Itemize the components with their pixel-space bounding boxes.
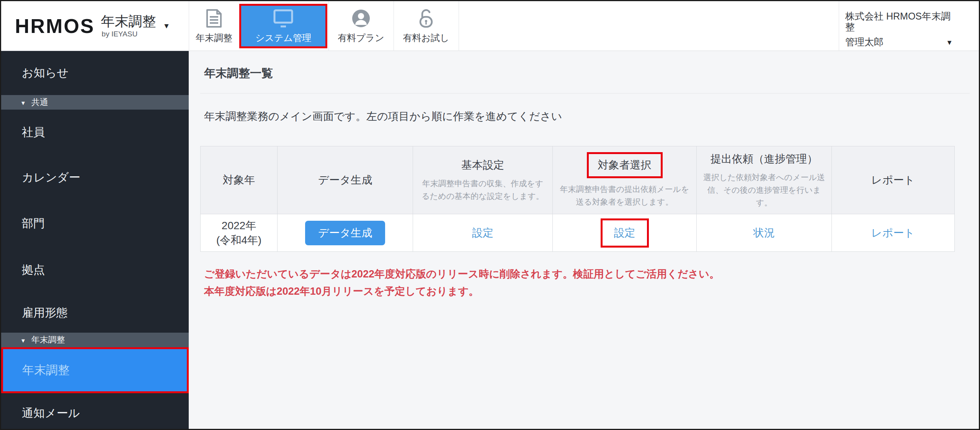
logo-dropdown-icon[interactable]: ▼ (163, 22, 170, 30)
title-divider (200, 93, 970, 94)
tab-system-admin-label: システム管理 (255, 32, 311, 44)
app-window: HRMOS 年末調整 by IEYASU ▼ 年末調整 (0, 0, 980, 430)
sidebar-section-label: 共通 (31, 97, 48, 108)
annotation-box-target-selection: 対象者選択 (587, 152, 663, 178)
main-content: 年末調整一覧 年末調整業務のメイン画面です。左の項目から順に作業を進めてください… (189, 51, 980, 430)
sidebar-item-location[interactable]: 拠点 (1, 247, 189, 293)
page-title: 年末調整一覧 (204, 66, 273, 81)
progress-status-link[interactable]: 状況 (753, 227, 775, 239)
tab-paid-trial[interactable]: 有料お試し (394, 1, 459, 51)
column-header-submission-request: 提出依頼（進捗管理） 選択した依頼対象者へのメール送信、その後の進捗管理を行いま… (697, 146, 832, 214)
column-header-target-year: 対象年 (201, 146, 278, 214)
nav-divider (459, 1, 459, 51)
column-header-report: レポート (832, 146, 955, 214)
cell-target-year: 2022年 (令和4年) (201, 214, 278, 252)
release-warning: ご登録いただいているデータは2022年度対応版のリリース時に削除されます。検証用… (204, 266, 720, 300)
column-header-data-generation: データ生成 (278, 146, 413, 214)
document-icon (206, 8, 222, 28)
sidebar-section-common[interactable]: ▼ 共通 (1, 95, 189, 110)
basic-settings-link[interactable]: 設定 (472, 227, 493, 239)
tab-nencho-label: 年末調整 (196, 32, 232, 44)
year-end-adjustment-table: 対象年 データ生成 基本設定 年末調整申告書の収集、作成をするための基本的な設定… (200, 146, 955, 252)
monitor-icon (273, 8, 294, 28)
sidebar-item-news[interactable]: お知らせ (1, 51, 189, 95)
sidebar-item-label: 年末調整 (22, 362, 70, 378)
chevron-down-icon: ▼ (20, 100, 26, 106)
annotation-box-target-selection-link: 設定 (601, 218, 649, 248)
top-header: HRMOS 年末調整 by IEYASU ▼ 年末調整 (1, 1, 979, 51)
table-header-row: 対象年 データ生成 基本設定 年末調整申告書の収集、作成をするための基本的な設定… (201, 146, 955, 214)
target-selection-link[interactable]: 設定 (614, 227, 635, 239)
cell-data-generation: データ生成 (278, 214, 413, 252)
report-link[interactable]: レポート (871, 227, 915, 239)
sidebar-item-notification-mail[interactable]: 通知メール (1, 393, 189, 430)
logo-product-text: 年末調整 (101, 14, 156, 29)
sidebar-item-nencho-selected[interactable]: 年末調整 (1, 347, 189, 393)
logo-brand-text: HRMOS (15, 15, 95, 38)
sidebar-item-label: 拠点 (22, 262, 45, 278)
sidebar-item-label: 社員 (22, 125, 45, 140)
account-dropdown-icon[interactable]: ▼ (946, 39, 953, 47)
sidebar-item-department[interactable]: 部門 (1, 200, 189, 247)
sidebar-item-label: 雇用形態 (22, 305, 68, 321)
sidebar-section-nencho[interactable]: ▼ 年末調整 (1, 333, 189, 347)
account-menu[interactable]: 株式会社 HRMOS年末調整 管理太郎 ▼ (845, 11, 954, 48)
tab-paid-plan-label: 有料プラン (338, 32, 384, 44)
person-icon (351, 8, 371, 28)
sidebar-item-employment-type[interactable]: 雇用形態 (1, 293, 189, 333)
cell-report: レポート (832, 214, 955, 252)
cell-target-selection: 設定 (553, 214, 697, 252)
data-generation-button[interactable]: データ生成 (305, 221, 385, 245)
warning-line-1: ご登録いただいているデータは2022年度対応版のリリース時に削除されます。検証用… (204, 266, 720, 283)
sidebar-item-label: カレンダー (22, 170, 80, 185)
tab-nencho[interactable]: 年末調整 (189, 1, 239, 51)
warning-line-2: 本年度対応版は2022年10月リリースを予定しております。 (204, 283, 720, 300)
table-row-2022: 2022年 (令和4年) データ生成 設定 設定 (201, 214, 955, 252)
chevron-down-icon: ▼ (20, 337, 26, 344)
tab-paid-plan[interactable]: 有料プラン (328, 1, 394, 51)
sidebar-item-employee[interactable]: 社員 (1, 110, 189, 155)
sidebar-item-label: 通知メール (22, 405, 80, 421)
unlock-icon (417, 8, 435, 28)
cell-basic-settings: 設定 (413, 214, 553, 252)
sidebar-item-calendar[interactable]: カレンダー (1, 155, 189, 200)
account-divider (839, 1, 839, 51)
sidebar-item-label: 部門 (22, 216, 45, 231)
column-header-target-selection: 対象者選択 年末調整申告書の提出依頼メールを送る対象者を選択します。 (553, 146, 697, 214)
account-user: 管理太郎 (845, 37, 954, 48)
column-header-basic-settings: 基本設定 年末調整申告書の収集、作成をするための基本的な設定をします。 (413, 146, 553, 214)
app-logo[interactable]: HRMOS 年末調整 by IEYASU ▼ (15, 1, 170, 51)
sidebar-section-label: 年末調整 (31, 334, 65, 346)
cell-submission-request: 状況 (697, 214, 832, 252)
tab-paid-trial-label: 有料お試し (403, 32, 449, 44)
account-company: 株式会社 HRMOS年末調整 (845, 11, 954, 32)
logo-byline-text: by IEYASU (102, 30, 156, 38)
page-description: 年末調整業務のメイン画面です。左の項目から順に作業を進めてください (204, 109, 562, 124)
tab-system-admin[interactable]: システム管理 (239, 4, 327, 48)
sidebar: お知らせ ▼ 共通 社員 カレンダー 部門 拠点 雇用形態 ▼ 年末調整 年末調… (1, 51, 189, 430)
sidebar-item-label: お知らせ (22, 65, 69, 81)
